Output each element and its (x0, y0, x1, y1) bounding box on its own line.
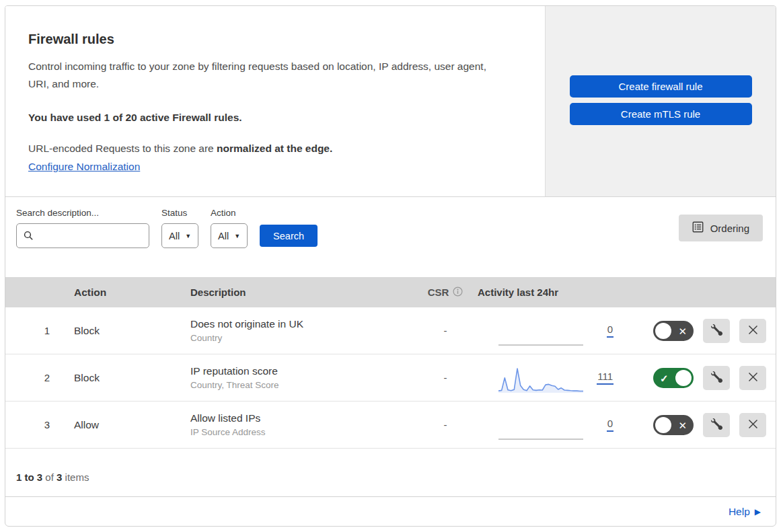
rule-action: Block (65, 372, 180, 384)
firewall-rules-card: Firewall rules Control incoming traffic … (5, 5, 776, 527)
filter-bar: Search description... Status All ▼ Actio… (5, 197, 776, 277)
help-label: Help (729, 506, 750, 518)
close-icon (748, 372, 758, 384)
toggle-knob (675, 370, 692, 386)
rule-action: Allow (65, 419, 180, 431)
x-icon: ✕ (678, 326, 687, 336)
rule-expression: Country, Threat Score (190, 380, 402, 390)
rule-activity-cell: 111 (470, 362, 618, 394)
page-title: Firewall rules (28, 32, 525, 47)
action-filter-group: Action All ▼ (211, 208, 248, 248)
col-activity-header: Activity last 24hr (470, 287, 618, 298)
search-box (16, 223, 149, 248)
activity-sparkline (498, 317, 583, 347)
rule-expression: Country (190, 333, 402, 343)
rule-priority: 3 (5, 419, 65, 430)
ordering-button[interactable]: Ordering (679, 215, 763, 241)
items-range: 1 to 3 (16, 471, 42, 483)
ordering-button-label: Ordering (710, 223, 749, 234)
close-icon (748, 419, 758, 431)
csr-header-label: CSR (428, 287, 449, 298)
search-button[interactable]: Search (260, 225, 318, 247)
flat-activity-line (498, 344, 583, 346)
usage-notice: You have used 1 of 20 active Firewall ru… (28, 112, 525, 124)
action-select-value: All (218, 231, 229, 241)
status-label: Status (161, 208, 198, 218)
chevron-down-icon: ▼ (234, 233, 240, 239)
col-action-header: Action (65, 287, 180, 299)
edit-rule-button[interactable] (703, 366, 730, 390)
rule-controls: ✓ ✕ (618, 319, 776, 343)
enable-toggle[interactable]: ✓ ✕ (653, 321, 694, 341)
edit-rule-button[interactable] (703, 319, 730, 343)
rule-description: Does not originate in UK (190, 318, 402, 330)
search-icon (24, 231, 34, 243)
status-select-value: All (169, 231, 180, 241)
rule-priority: 2 (5, 372, 65, 383)
items-of: of (45, 471, 54, 483)
create-firewall-rule-button[interactable]: Create firewall rule (570, 75, 752, 98)
rule-controls: ✓ ✕ (618, 366, 776, 390)
normalization-prefix: URL-encoded Requests to this zone are (28, 143, 217, 154)
rule-csr: - (402, 325, 470, 336)
toggle-knob (655, 323, 671, 339)
chevron-down-icon: ▼ (185, 233, 191, 239)
table-row: 3 Allow Allow listed IPs IP Source Addre… (5, 402, 776, 449)
activity-sparkline (498, 412, 583, 441)
configure-normalization-link[interactable]: Configure Normalization (28, 161, 140, 173)
header-text-block: Firewall rules Control incoming traffic … (5, 6, 545, 196)
search-label: Search description... (16, 208, 149, 218)
table-row: 1 Block Does not originate in UK Country… (5, 307, 776, 354)
action-label: Action (211, 208, 248, 218)
flat-activity-line (498, 439, 583, 440)
action-select[interactable]: All ▼ (211, 223, 248, 248)
rule-activity-cell: 0 (470, 409, 618, 441)
info-icon[interactable] (453, 287, 463, 299)
page-description: Control incoming traffic to your zone by… (28, 58, 506, 92)
status-select[interactable]: All ▼ (161, 223, 198, 248)
rule-expression: IP Source Address (190, 427, 402, 437)
wrench-icon (711, 324, 722, 338)
wrench-icon (711, 418, 722, 432)
x-icon: ✕ (678, 420, 687, 430)
delete-rule-button[interactable] (739, 319, 766, 343)
items-count: 1 to 3 of 3 items (16, 471, 89, 483)
rule-description: Allow listed IPs (190, 412, 402, 424)
rule-activity-cell: 0 (470, 315, 618, 347)
help-link[interactable]: Help ▶ (729, 506, 761, 518)
search-group: Search description... (16, 208, 149, 248)
items-total: 3 (57, 471, 62, 483)
table-footer: 1 to 3 of 3 items (5, 449, 776, 496)
rule-csr: - (402, 372, 470, 383)
table-header: Action Description CSR Activity last 24h… (5, 277, 776, 307)
normalization-bold: normalized at the edge. (217, 143, 332, 154)
enable-toggle[interactable]: ✓ ✕ (653, 415, 694, 435)
status-filter-group: Status All ▼ (161, 208, 198, 248)
rule-description: IP reputation score (190, 365, 402, 377)
delete-rule-button[interactable] (739, 413, 766, 437)
actions-panel: Create firewall rule Create mTLS rule (545, 6, 776, 196)
search-input[interactable] (16, 223, 149, 248)
col-csr-header: CSR (402, 287, 470, 299)
rule-csr: - (402, 419, 470, 430)
help-bar: Help ▶ (5, 496, 776, 526)
enable-toggle[interactable]: ✓ ✕ (653, 368, 694, 388)
rule-controls: ✓ ✕ (618, 413, 776, 437)
edit-rule-button[interactable] (703, 413, 730, 437)
create-mtls-rule-button[interactable]: Create mTLS rule (570, 103, 752, 125)
rule-description-cell: Does not originate in UK Country (180, 318, 402, 343)
activity-count-link[interactable]: 111 (597, 371, 613, 385)
rule-description-cell: IP reputation score Country, Threat Scor… (180, 365, 402, 390)
delete-rule-button[interactable] (739, 366, 766, 390)
normalization-notice: URL-encoded Requests to this zone are no… (28, 143, 525, 155)
rule-action: Block (65, 325, 180, 337)
header-section: Firewall rules Control incoming traffic … (5, 6, 776, 197)
activity-count-link[interactable]: 0 (607, 418, 613, 432)
table-row: 2 Block IP reputation score Country, Thr… (5, 354, 776, 402)
wrench-icon (711, 371, 722, 385)
close-icon (748, 325, 758, 337)
activity-count-link[interactable]: 0 (607, 324, 613, 338)
rule-priority: 1 (5, 325, 65, 336)
activity-sparkline (498, 365, 583, 394)
toggle-knob (655, 417, 671, 433)
